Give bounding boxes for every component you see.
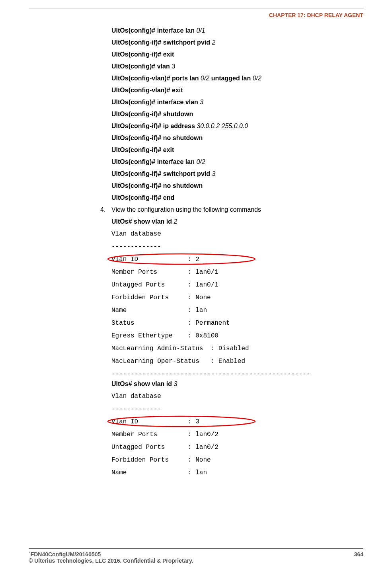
- config-line: UltOs(config)# interface lan 0/1: [111, 27, 368, 34]
- step-4: 4.View the configuration using the follo…: [100, 206, 368, 213]
- config-line-prefix: UltOs(config-vlan)# ports lan: [111, 75, 201, 82]
- output-1-header: Vlan database: [111, 228, 368, 240]
- config-line: UltOs(config-vlan)# exit: [111, 87, 368, 94]
- output-1-vlanid-highlight: Vlan ID : 2: [111, 253, 199, 266]
- config-line-arg: 3: [212, 170, 215, 177]
- config-line-arg2: 0/2: [253, 75, 261, 82]
- config-line: UltOs(config-if)# exit: [111, 51, 368, 58]
- show-cmd-1: UltOs# show vlan id 2: [111, 218, 368, 225]
- config-line-prefix: UltOs(config-if)# exit: [111, 146, 174, 153]
- show-cmd-2: UltOs# show vlan id 3: [111, 380, 368, 388]
- config-line-arg: 3: [200, 99, 203, 105]
- config-line: UltOs(config-if)# no shutdown: [111, 135, 368, 142]
- config-line: UltOs(config-vlan)# ports lan 0/2 untagg…: [111, 75, 368, 82]
- step-text: View the configuration using the followi…: [111, 206, 261, 213]
- output-2-rest: Member Ports : lan0/2 Untagged Ports : l…: [111, 428, 368, 479]
- config-line-prefix: UltOs(config-if)# switchport pvid: [111, 170, 212, 177]
- config-line-prefix: UltOs(config)# interface lan: [111, 27, 196, 34]
- config-line-suffix: untagged lan: [209, 75, 252, 82]
- config-line: UltOs(config-if)# no shutdown: [111, 182, 368, 189]
- show-cmd-2-arg: 3: [174, 380, 177, 387]
- config-line-prefix: UltOs(config-if)# switchport pvid: [111, 39, 212, 46]
- show-cmd-2-prefix: UltOs# show vlan id: [111, 380, 174, 387]
- output-2-vlanid: Vlan ID : 3: [111, 415, 199, 428]
- config-commands: UltOs(config)# interface lan 0/1UltOs(co…: [111, 27, 368, 201]
- config-line-arg: 0/1: [196, 27, 205, 34]
- step-number: 4.: [100, 206, 111, 213]
- config-line: UltOs(config)# interface vlan 3: [111, 99, 368, 106]
- config-line-prefix: UltOs(config-if)# no shutdown: [111, 135, 203, 141]
- config-line-arg: 0/2: [201, 75, 209, 82]
- config-line: UltOs(config-if)# exit: [111, 146, 368, 154]
- config-line-arg: 3: [172, 63, 175, 70]
- output-1-sep: -------------: [111, 240, 368, 253]
- header-rule: [29, 8, 363, 8]
- config-line-prefix: UltOs(config-if)# exit: [111, 51, 174, 58]
- config-line-arg: 30.0.0.2 255.0.0.0: [197, 123, 248, 129]
- footer-page-number: 364: [354, 551, 363, 558]
- config-line: UltOs(config-if)# ip address 30.0.0.2 25…: [111, 123, 368, 130]
- show-cmd-1-prefix: UltOs# show vlan id: [111, 218, 174, 225]
- config-line-prefix: UltOs(config)# interface lan: [111, 158, 196, 165]
- config-line-prefix: UltOs(config-vlan)# exit: [111, 87, 183, 94]
- footer-copyright: © Ulterius Technologies, LLC 2016. Confi…: [29, 558, 363, 564]
- config-line: UltOs(config)# interface lan 0/2: [111, 158, 368, 166]
- output-2-header: Vlan database: [111, 390, 368, 403]
- config-line: UltOs(config-if)# shutdown: [111, 111, 368, 118]
- output-1-vlanid: Vlan ID : 2: [111, 253, 199, 266]
- config-line-arg: 2: [212, 39, 215, 46]
- config-line: UltOs(config-if)# end: [111, 194, 368, 201]
- output-1-rest: Member Ports : lan0/1 Untagged Ports : l…: [111, 266, 368, 380]
- show-cmd-1-arg: 2: [174, 218, 177, 225]
- config-line-prefix: UltOs(config)# interface vlan: [111, 99, 200, 105]
- config-line: UltOs(config-if)# switchport pvid 3: [111, 170, 368, 177]
- main-content: UltOs(config)# interface lan 0/1UltOs(co…: [111, 27, 368, 479]
- config-line: UltOs(config)# vlan 3: [111, 63, 368, 70]
- config-line: UltOs(config-if)# switchport pvid 2: [111, 39, 368, 46]
- footer: `FDN40ConfigUM/20160505 364 © Ulterius T…: [29, 548, 363, 564]
- footer-doc-id: `FDN40ConfigUM/20160505: [29, 551, 101, 558]
- config-line-prefix: UltOs(config-if)# ip address: [111, 123, 197, 129]
- config-line-arg: 0/2: [196, 158, 205, 165]
- config-line-prefix: UltOs(config-if)# end: [111, 194, 174, 201]
- output-2-sep: -------------: [111, 403, 368, 415]
- output-2-vlanid-highlight: Vlan ID : 3: [111, 415, 199, 428]
- chapter-header: CHAPTER 17: DHCP RELAY AGENT: [269, 12, 363, 18]
- config-line-prefix: UltOs(config)# vlan: [111, 63, 172, 70]
- config-line-prefix: UltOs(config-if)# no shutdown: [111, 182, 203, 189]
- config-line-prefix: UltOs(config-if)# shutdown: [111, 111, 193, 117]
